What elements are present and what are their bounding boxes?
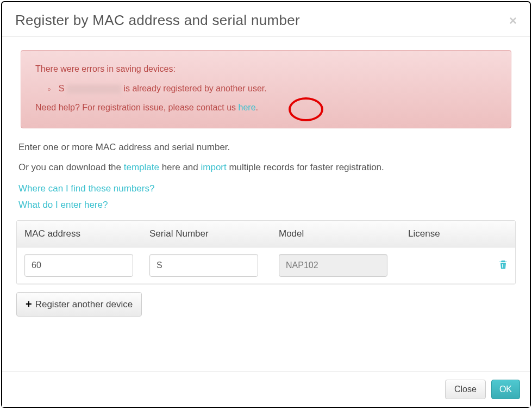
import-link[interactable]: import (201, 162, 227, 172)
what-enter-here-link[interactable]: What do I enter here? (18, 200, 514, 210)
instruction-line-2: Or you can download the template here an… (18, 159, 514, 176)
serial-value-prefix: S (157, 261, 162, 270)
model-input: NAP102 (279, 254, 387, 277)
th-license: License (408, 228, 480, 239)
template-link[interactable]: template (124, 162, 159, 172)
instr2-b: here and (159, 162, 201, 172)
table-header-row: MAC address Serial Number Model License (17, 221, 515, 247)
instr2-c: multiple records for faster registration… (227, 162, 384, 172)
error-item: S is already registered by another user. (47, 80, 497, 98)
modal-body: There were errors in saving devices: S i… (2, 37, 530, 371)
add-button-label: Register another device (35, 299, 133, 310)
model-value: NAP102 (286, 261, 318, 270)
modal-title: Register by MAC address and serial numbe… (15, 12, 300, 29)
serial-input[interactable]: S (149, 254, 258, 277)
help-prefix: Need help? For registration issue, pleas… (35, 103, 239, 112)
error-help-line: Need help? For registration issue, pleas… (35, 100, 497, 116)
modal-header: Register by MAC address and serial numbe… (2, 2, 530, 37)
where-find-numbers-link[interactable]: Where can I find these numbers? (18, 183, 514, 194)
contact-here-link[interactable]: here (239, 103, 256, 112)
instruction-line-1: Enter one or more MAC address and serial… (18, 139, 514, 156)
table-row: 60 S NAP102 (17, 247, 515, 284)
th-model: Model (279, 228, 408, 239)
error-serial-prefix: S (59, 84, 65, 93)
close-button[interactable]: Close (445, 380, 486, 399)
instr2-a: Or you can download the (18, 162, 124, 172)
plus-icon: + (26, 298, 32, 311)
close-icon[interactable]: × (509, 14, 517, 27)
device-table: MAC address Serial Number Model License … (16, 220, 516, 284)
th-actions (480, 228, 508, 239)
trash-icon[interactable] (499, 261, 508, 271)
mac-value-prefix: 60 (32, 261, 41, 270)
modal-footer: Close OK (2, 371, 530, 407)
error-item-suffix: is already registered by another user. (123, 84, 266, 93)
help-links: Where can I find these numbers? What do … (18, 183, 514, 210)
register-device-modal: Register by MAC address and serial numbe… (1, 1, 531, 408)
redacted-serial (67, 85, 121, 94)
mac-input[interactable]: 60 (24, 254, 133, 277)
register-another-button[interactable]: + Register another device (16, 292, 142, 317)
ok-button[interactable]: OK (491, 380, 520, 399)
th-mac: MAC address (24, 228, 149, 239)
help-suffix: . (256, 103, 258, 112)
th-serial: Serial Number (149, 228, 279, 239)
error-intro: There were errors in saving devices: (35, 61, 497, 77)
error-alert: There were errors in saving devices: S i… (21, 50, 511, 128)
